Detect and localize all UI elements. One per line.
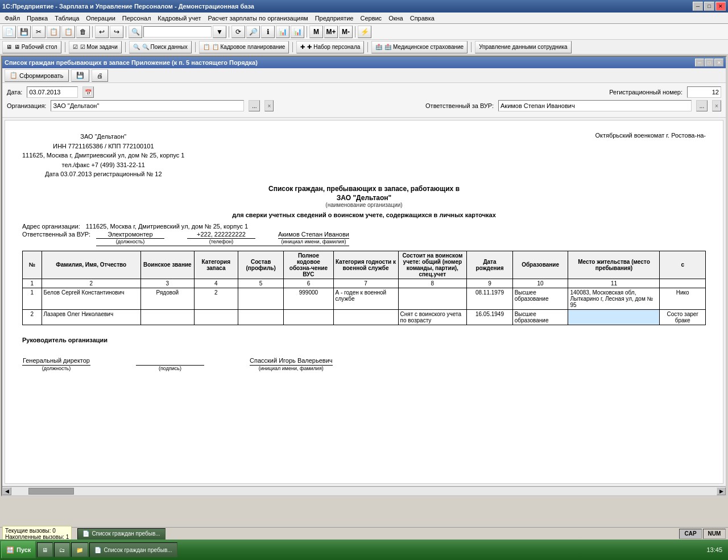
org-input[interactable] — [51, 100, 244, 111]
footer-name-block: Спасский Игорь Валерьевич (инициал имени… — [250, 357, 333, 371]
cut-button[interactable]: ✂ — [32, 26, 46, 38]
start-label: Пуск — [16, 546, 31, 553]
cell-address-2[interactable] — [568, 309, 660, 325]
search-icon: 🔍 — [133, 44, 140, 50]
chart2-button[interactable]: 📊 — [291, 26, 304, 38]
footer-signature-block: (подпись) — [136, 364, 204, 371]
search-input[interactable] — [143, 26, 212, 38]
responsible-browse-button[interactable]: ... — [696, 100, 708, 111]
menu-file[interactable]: Файл — [1, 14, 23, 23]
find-button[interactable]: 🔍 — [129, 26, 142, 38]
menu-windows[interactable]: Окна — [385, 14, 407, 23]
cell-military-2: Снят с воинского учета по возрасту — [398, 309, 467, 325]
status-bar: Текущие вызовы: 0 Накопленные вызовы: 1 … — [0, 527, 728, 540]
responsible-name-value: Акимов Степан Иванови — [278, 231, 349, 239]
h-scrollbar[interactable]: ◀ ▶ — [2, 486, 726, 495]
menu-edit[interactable]: Правка — [23, 14, 51, 23]
cell-edu-2: Высшее образование — [512, 309, 568, 325]
col-num-7: 7 — [333, 279, 398, 288]
lightning-button[interactable]: ⚡ — [358, 26, 371, 38]
col-num-3: 3 — [140, 279, 194, 288]
ql-search[interactable]: 🔍🔍 Поиск данных — [129, 41, 192, 53]
ql-hr-plan[interactable]: 📋📋 Кадровое планирование — [199, 41, 289, 53]
responsible-section-label: Ответственный за ВУР: — [22, 231, 90, 246]
date-input[interactable] — [27, 86, 78, 98]
h-scroll-left[interactable]: ◀ — [2, 487, 11, 495]
search-go-button[interactable]: ▼ — [213, 26, 226, 38]
responsible-input[interactable] — [498, 100, 692, 111]
date-calendar-button[interactable]: 📅 — [82, 86, 94, 98]
doc-content-area[interactable]: ЗАО "Дельтаон" ИНН 7721165386 / КПП 7721… — [5, 120, 723, 484]
hrplan-icon: 📋 — [203, 44, 210, 50]
save-button[interactable]: 💾 — [17, 26, 31, 38]
menu-operations[interactable]: Операции — [82, 14, 118, 23]
start-button[interactable]: 🪟 Пуск — [1, 541, 36, 558]
address-label: Адрес организации: — [22, 223, 80, 230]
recruitment-icon: ✚ — [300, 44, 305, 50]
ql-desktop[interactable]: 🖥🖥 Рабочий стол — [2, 41, 61, 53]
doc-close-button[interactable]: ✕ — [714, 59, 723, 67]
address-section: Адрес организации: 111625, Москва г, Дми… — [22, 223, 706, 246]
doc-main-title-line2: ЗАО "Дельтаон" — [22, 194, 706, 202]
responsible-row: Ответственный за ВУР: Электромонтер (дол… — [22, 231, 706, 246]
form-button[interactable]: 📋 Сформировать — [5, 69, 69, 82]
save-doc-button[interactable]: 💾 — [71, 69, 89, 82]
doc-minimize-button[interactable]: ─ — [695, 59, 704, 67]
cell-name-1: Белов Сергей Константинович — [42, 288, 140, 309]
h-scroll-track — [11, 487, 717, 495]
menu-help[interactable]: Справка — [407, 14, 438, 23]
delete-button[interactable]: 🗑 — [76, 26, 90, 38]
zoom-button[interactable]: 🔎 — [246, 26, 260, 38]
ql-sep-6 — [471, 42, 471, 52]
close-button[interactable]: ✕ — [715, 2, 726, 11]
reg-num-input[interactable] — [687, 86, 721, 98]
desktop-icon: 🖥 — [6, 44, 12, 50]
h-scroll-thumb[interactable] — [28, 488, 74, 495]
ql-medical[interactable]: 🏥🏥 Медицинское страхование — [371, 41, 468, 53]
medical-icon: 🏥 — [375, 44, 382, 50]
doc-maximize-button[interactable]: □ — [705, 59, 714, 67]
print-doc-button[interactable]: 🖨 — [92, 69, 108, 82]
menu-service[interactable]: Сервис — [357, 14, 385, 23]
title-bar-controls: ─ □ ✕ — [693, 2, 726, 11]
taskbar-item-3[interactable]: 📁 — [71, 542, 88, 557]
org-clear-button[interactable]: × — [264, 100, 274, 111]
taskbar-doc-item[interactable]: 📄 Список граждан пребыв... — [77, 528, 165, 540]
toolbar-separator-2 — [126, 26, 126, 38]
num-indicator: NUM — [703, 529, 726, 539]
org-browse-button[interactable]: ... — [249, 100, 260, 111]
ql-employee[interactable]: Управление данными сотрудника — [475, 41, 572, 53]
macro-minus-button[interactable]: M- — [339, 26, 353, 38]
doc-date-reg: Дата 03.07.2013 регистрационный № 12 — [22, 169, 185, 179]
info-button[interactable]: ℹ — [261, 26, 275, 38]
redo-button[interactable]: ↪ — [110, 26, 123, 38]
taskbar-icon-3: 📁 — [76, 547, 83, 553]
ql-recruitment[interactable]: ✚✚ Набор персонала — [296, 41, 364, 53]
menu-personal[interactable]: Персонал — [119, 14, 155, 23]
doc-main-title-line1: Список граждан, пребывающих в запасе, ра… — [22, 185, 706, 193]
taskbar-item-1[interactable]: 🖥 — [37, 542, 53, 557]
new-button[interactable]: 📄 — [2, 26, 16, 38]
position-label: (должность) — [96, 239, 164, 244]
chart-button[interactable]: 📊 — [276, 26, 289, 38]
maximize-button[interactable]: □ — [704, 2, 714, 11]
macro-button[interactable]: M — [309, 26, 323, 38]
ql-tasks[interactable]: ☑☑ Мои задачи — [69, 41, 122, 53]
responsible-clear-button[interactable]: × — [712, 100, 721, 111]
taskbar-doc-main[interactable]: 📄 Список граждан пребыв... — [89, 542, 177, 557]
refresh-button[interactable]: ⟳ — [231, 26, 245, 38]
accumulated-calls: Накопленные вызовы: 1 — [5, 534, 69, 540]
menu-enterprise[interactable]: Предприятие — [312, 14, 357, 23]
menu-hr[interactable]: Кадровый учет — [154, 14, 204, 23]
menu-payroll[interactable]: Расчет зарплаты по организациям — [204, 14, 311, 23]
macro-plus-button[interactable]: M+ — [324, 26, 338, 38]
minimize-button[interactable]: ─ — [693, 2, 703, 11]
undo-button[interactable]: ↩ — [95, 26, 109, 38]
clock-display: 13:45 — [706, 546, 722, 553]
h-scroll-right[interactable]: ▶ — [717, 487, 726, 495]
menu-table[interactable]: Таблица — [51, 14, 82, 23]
doc-header-left: ЗАО "Дельтаон" ИНН 7721165386 / КПП 7721… — [22, 132, 185, 179]
taskbar-item-2[interactable]: 🗂 — [54, 542, 70, 557]
copy-button[interactable]: 📋 — [47, 26, 60, 38]
paste-button[interactable]: 📋 — [61, 26, 75, 38]
